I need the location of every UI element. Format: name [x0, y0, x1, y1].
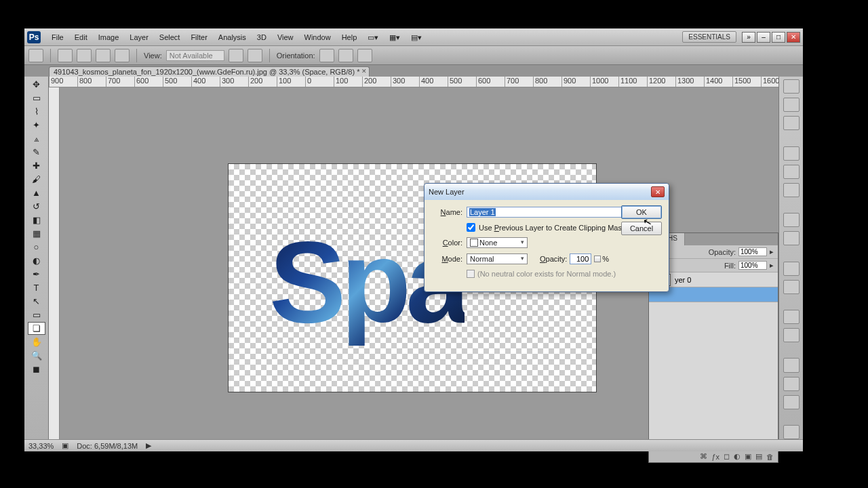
opt-icon-4[interactable]	[115, 49, 130, 62]
trash-icon[interactable]: 🗑	[766, 453, 774, 461]
opt-icon-5[interactable]	[229, 49, 243, 62]
view-dropdown[interactable]: Not Available	[166, 50, 224, 61]
menu-toggle-3[interactable]: ▤▾	[406, 28, 427, 46]
menu-file[interactable]: File	[46, 28, 69, 46]
gradient-tool[interactable]: ▦	[28, 227, 45, 240]
menu-3d[interactable]: 3D	[252, 28, 272, 46]
crop-tool[interactable]: ⟁	[28, 132, 45, 145]
mode-select[interactable]: Normal	[467, 253, 528, 264]
fg-bg-swatch[interactable]: ◼	[28, 363, 45, 375]
fx-icon[interactable]: ƒx	[711, 453, 719, 461]
menu-help[interactable]: Help	[336, 28, 363, 46]
panel-icon-10[interactable]	[783, 280, 800, 294]
marquee-tool[interactable]: ▭	[28, 92, 45, 104]
blur-tool[interactable]: ○	[28, 241, 45, 253]
opt-icon-6[interactable]	[248, 49, 262, 62]
lasso-tool[interactable]: ⌇	[28, 105, 45, 118]
3d-tool[interactable]: ❏	[28, 322, 45, 335]
type-tool[interactable]: T	[28, 281, 45, 294]
panel-icon-4[interactable]	[783, 146, 800, 161]
cancel-button[interactable]: Cancel	[621, 222, 662, 235]
orient-2[interactable]	[338, 49, 353, 62]
percent-label: %	[602, 255, 609, 263]
opt-icon-3[interactable]	[96, 49, 111, 62]
panel-icon-14[interactable]	[783, 377, 800, 391]
panel-icon-6[interactable]	[783, 183, 800, 197]
panel-icon-15[interactable]	[783, 395, 800, 409]
tab-close-icon[interactable]: ✕	[361, 68, 367, 75]
panel-icon-9[interactable]	[783, 262, 800, 276]
zoom-level[interactable]: 33,33%	[28, 442, 54, 450]
mode-label: Mode:	[431, 255, 462, 263]
fill-input[interactable]	[738, 261, 767, 270]
orient-1[interactable]	[319, 49, 334, 62]
menu-layer[interactable]: Layer	[124, 28, 154, 46]
orientation-label: Orientation:	[277, 52, 315, 60]
adjust-icon[interactable]: ◐	[734, 452, 741, 461]
close-button[interactable]: ✕	[787, 32, 800, 43]
panel-icon-13[interactable]	[783, 358, 800, 372]
minimize-button[interactable]: –	[757, 32, 770, 43]
menu-toggle-1[interactable]: ▭▾	[362, 28, 384, 46]
color-swatch-icon	[470, 239, 478, 247]
tool-preset-icon[interactable]	[28, 49, 43, 62]
app-window: Ps File Edit Image Layer Select Filter A…	[24, 28, 803, 451]
wand-tool[interactable]: ✦	[28, 119, 45, 131]
menu-window[interactable]: Window	[299, 28, 336, 46]
panel-icon-12[interactable]	[783, 328, 800, 342]
dlg-opacity-input[interactable]	[570, 253, 591, 264]
panel-icon-5[interactable]	[783, 165, 800, 179]
maximize-button[interactable]: □	[772, 32, 785, 43]
shape-tool[interactable]: ▭	[28, 308, 45, 321]
eyedropper-tool[interactable]: ✎	[28, 146, 45, 159]
doc-size: Doc: 6,59M/8,13M	[77, 442, 138, 450]
layers-list: yer 0	[649, 272, 778, 442]
ok-button[interactable]: OK	[621, 205, 662, 219]
panel-icon-3[interactable]	[783, 116, 800, 130]
document-tab[interactable]: 491043_kosmos_planeta_fon_1920x1200_(www…	[49, 66, 370, 77]
history-brush-tool[interactable]: ↺	[28, 200, 45, 213]
panel-icon-11[interactable]	[783, 310, 800, 324]
panel-icon-8[interactable]	[783, 231, 800, 245]
opacity-arrow-icon[interactable]: ▸	[770, 247, 774, 256]
fill-arrow-icon[interactable]: ▸	[770, 261, 774, 270]
brush-tool[interactable]: 🖌	[28, 173, 45, 186]
status-arrow-icon[interactable]: ▶	[146, 441, 151, 450]
menu-toggle-2[interactable]: ▦▾	[384, 28, 406, 46]
opt-icon-2[interactable]	[77, 49, 92, 62]
path-tool[interactable]: ↖	[28, 295, 45, 308]
dodge-tool[interactable]: ◐	[28, 254, 45, 267]
zoom-tool[interactable]: 🔍	[28, 349, 45, 362]
menu-analysis[interactable]: Analysis	[213, 28, 252, 46]
clip-checkbox[interactable]	[467, 223, 475, 232]
color-select[interactable]: None	[467, 237, 528, 248]
pen-tool[interactable]: ✒	[28, 268, 45, 281]
opacity-input[interactable]	[738, 247, 767, 256]
panel-icon-7[interactable]	[783, 213, 800, 227]
move-tool[interactable]: ✥	[28, 78, 45, 91]
orient-3[interactable]	[357, 49, 372, 62]
eraser-tool[interactable]: ◧	[28, 214, 45, 226]
menu-view[interactable]: View	[272, 28, 299, 46]
workspace-picker[interactable]: ESSENTIALS	[682, 31, 736, 43]
opacity-stepper[interactable]	[594, 256, 601, 262]
link-icon[interactable]: ⌘	[700, 452, 707, 461]
menu-edit[interactable]: Edit	[69, 28, 93, 46]
heal-tool[interactable]: ✚	[28, 159, 45, 172]
mask-icon[interactable]: ◻	[724, 452, 730, 461]
menu-filter[interactable]: Filter	[185, 28, 212, 46]
new-layer-icon[interactable]: ▤	[755, 452, 762, 461]
panel-icon-16[interactable]	[783, 425, 800, 439]
dialog-close-button[interactable]: ✕	[651, 186, 665, 197]
opt-icon-1[interactable]	[58, 49, 73, 62]
tab-title: 491043_kosmos_planeta_fon_1920x1200_(www…	[54, 68, 359, 76]
collapse-icon[interactable]: »	[742, 32, 755, 43]
menu-select[interactable]: Select	[154, 28, 186, 46]
menu-image[interactable]: Image	[93, 28, 125, 46]
dialog-titlebar[interactable]: New Layer ✕	[425, 184, 669, 200]
stamp-tool[interactable]: ▲	[28, 186, 45, 199]
folder-icon[interactable]: ▣	[745, 452, 751, 461]
hand-tool[interactable]: ✋	[28, 336, 45, 348]
panel-icon-2[interactable]	[783, 98, 800, 112]
panel-icon-1[interactable]	[783, 79, 800, 94]
